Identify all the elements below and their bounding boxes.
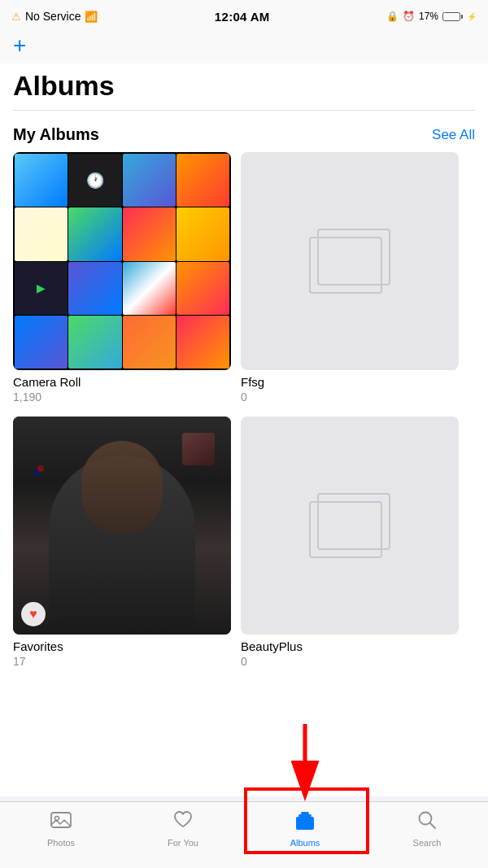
album-name: BeautyPlus <box>241 639 459 653</box>
cr-cell <box>15 207 68 260</box>
albums-row-2: ♥ Favorites 17 BeautyPlus 0 <box>0 417 488 681</box>
cr-cell <box>68 316 121 369</box>
album-name: Favorites <box>13 639 231 653</box>
album-count: 0 <box>241 655 459 668</box>
svg-rect-3 <box>51 813 71 827</box>
heart-badge: ♥ <box>21 602 46 626</box>
svg-rect-5 <box>296 817 314 830</box>
album-item-favorites[interactable]: ♥ Favorites 17 <box>13 417 231 668</box>
tab-search-label: Search <box>413 838 442 848</box>
section-title: My Albums <box>13 125 99 144</box>
cr-cell <box>176 207 229 260</box>
album-thumb-camera-roll: 🕐 ▶ <box>13 152 231 370</box>
battery-percent: 17% <box>419 11 438 22</box>
cr-cell <box>123 316 176 369</box>
album-placeholder <box>241 152 459 370</box>
albums-row-1: 🕐 ▶ <box>0 152 488 417</box>
album-count: 17 <box>13 655 231 668</box>
tab-albums-label: Albums <box>290 838 320 848</box>
album-item-camera-roll[interactable]: 🕐 ▶ <box>13 152 231 403</box>
search-icon <box>416 809 438 835</box>
album-thumb-favorites: ♥ <box>13 417 231 635</box>
battery-icon <box>442 12 463 21</box>
album-item-ffsg[interactable]: Ffsg 0 <box>241 152 459 403</box>
svg-line-9 <box>430 823 436 829</box>
album-thumb-beautyplus <box>241 417 459 635</box>
tab-photos-label: Photos <box>47 838 75 848</box>
tab-albums[interactable]: Albums <box>256 809 354 848</box>
svg-rect-7 <box>301 812 309 814</box>
cr-cell <box>68 262 121 315</box>
placeholder-rect-front-2 <box>309 501 382 558</box>
status-time: 12:04 AM <box>215 10 270 24</box>
cr-cell <box>15 316 68 369</box>
album-thumb-ffsg <box>241 152 459 370</box>
placeholder-stack <box>309 229 390 294</box>
status-right: 🔒 ⏰ 17% ⚡ <box>386 11 477 22</box>
selfie-bg <box>13 417 231 635</box>
cr-cell: 🕐 <box>68 154 121 207</box>
for-you-icon <box>172 809 194 835</box>
cr-cell: ▶ <box>15 262 68 315</box>
placeholder-stack-2 <box>309 493 390 558</box>
album-count: 1,190 <box>13 390 231 403</box>
cr-cell <box>176 316 229 369</box>
svg-rect-6 <box>298 814 312 817</box>
tab-photos[interactable]: Photos <box>12 809 110 848</box>
section-header: My Albums See All <box>0 111 488 152</box>
status-bar: ⚠ No Service 📶 12:04 AM 🔒 ⏰ 17% ⚡ <box>0 0 488 31</box>
album-name: Ffsg <box>241 375 459 389</box>
cr-cell <box>15 154 68 207</box>
placeholder-rect-front <box>309 237 382 294</box>
tab-for-you[interactable]: For You <box>134 809 232 848</box>
tab-bar: Photos For You Albums S <box>0 801 488 868</box>
cr-cell <box>176 262 229 315</box>
album-name: Camera Roll <box>13 375 231 389</box>
album-count: 0 <box>241 390 459 403</box>
warning-icon: ⚠ <box>11 11 21 23</box>
tab-search[interactable]: Search <box>378 809 476 848</box>
page-title: Albums <box>0 63 488 110</box>
top-nav: + <box>0 31 488 63</box>
status-left: ⚠ No Service 📶 <box>11 10 98 23</box>
cr-cell <box>123 207 176 260</box>
cr-cell <box>176 154 229 207</box>
lock-icon: 🔒 <box>386 11 399 22</box>
album-item-beautyplus[interactable]: BeautyPlus 0 <box>241 417 459 668</box>
see-all-button[interactable]: See All <box>432 127 475 143</box>
cr-cell <box>68 207 121 260</box>
add-button[interactable]: + <box>13 34 26 57</box>
bolt-icon: ⚡ <box>467 12 477 21</box>
tab-for-you-label: For You <box>168 838 198 848</box>
no-service-text: No Service <box>25 10 81 23</box>
wifi-icon: 📶 <box>85 11 98 23</box>
album-placeholder-2 <box>241 417 459 635</box>
main-content: Albums My Albums See All 🕐 <box>0 63 488 796</box>
photos-icon <box>50 809 72 835</box>
albums-icon <box>294 809 316 835</box>
cr-cell <box>123 154 176 207</box>
alarm-icon: ⏰ <box>403 11 415 22</box>
cr-cell <box>123 262 176 315</box>
